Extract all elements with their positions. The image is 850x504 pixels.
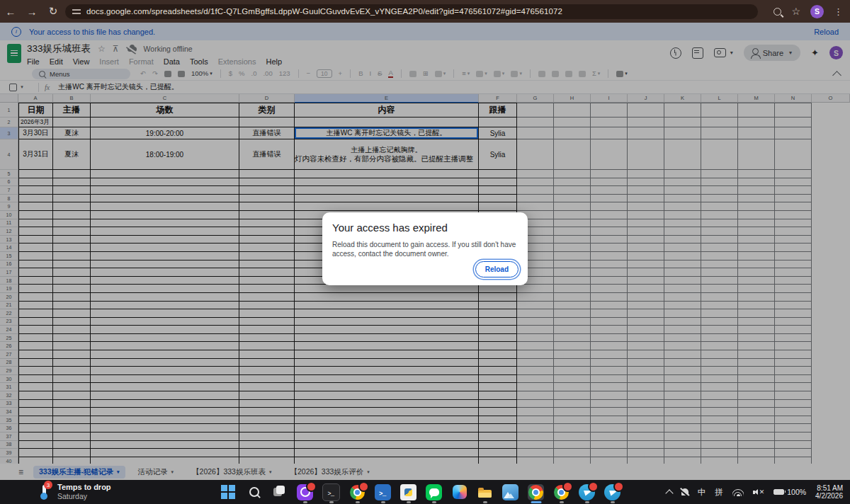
dialog-title: Your access has expired — [332, 222, 518, 234]
running-indicator — [483, 501, 487, 503]
battery-indicator[interactable]: 100% — [774, 488, 806, 496]
taskbar-powershell-icon[interactable] — [375, 484, 391, 500]
taskbar-telegram-icon[interactable] — [579, 484, 595, 500]
dialog-body: Reload this document to gain access. If … — [332, 240, 518, 258]
running-indicator — [356, 501, 360, 503]
taskbar-terminal-icon[interactable] — [322, 483, 340, 501]
running-indicator — [531, 501, 541, 503]
running-indicator — [407, 501, 411, 503]
forward-icon[interactable]: → — [21, 6, 42, 18]
taskbar-chrome-icon[interactable] — [349, 484, 366, 500]
taskbar-line-icon[interactable] — [426, 484, 442, 500]
notification-badge — [613, 481, 624, 492]
taskbar: 3 Temps to drop Saturday 中 拼 ✕ 100% 8:51… — [0, 480, 850, 504]
notification-badge — [306, 481, 317, 492]
notification-badge — [588, 481, 599, 492]
running-indicator — [432, 501, 436, 503]
address-bar[interactable]: docs.google.com/spreadsheets/d/1fC-Q7LGm… — [65, 4, 758, 19]
bookmark-star-icon[interactable]: ☆ — [791, 6, 800, 17]
tray-expand-icon[interactable] — [665, 489, 673, 497]
weather-badge: 3 — [44, 481, 52, 489]
running-indicator — [560, 501, 564, 503]
taskbar-chrome-icon[interactable] — [553, 484, 570, 500]
reload-icon[interactable]: ↻ — [42, 5, 64, 18]
running-indicator — [611, 501, 615, 503]
taskbar-python-file-icon[interactable] — [400, 484, 416, 500]
tray-date: 4/2/2026 — [815, 492, 843, 500]
notification-badge — [562, 481, 573, 492]
taskbar-icons — [220, 480, 620, 504]
battery-percent: 100% — [787, 488, 806, 496]
weather-headline: Temps to drop — [57, 483, 111, 492]
notification-badge — [358, 481, 369, 492]
running-indicator — [381, 501, 385, 503]
taskbar-telegram-icon[interactable] — [604, 484, 620, 500]
browser-profile-avatar[interactable]: S — [810, 5, 824, 18]
site-info-icon[interactable] — [72, 7, 81, 16]
running-indicator — [303, 501, 307, 503]
search-tabs-icon[interactable] — [774, 8, 781, 16]
taskbar-photos-icon[interactable] — [502, 484, 518, 500]
weather-subline: Saturday — [57, 492, 111, 500]
clock[interactable]: 8:51 AM 4/2/2026 — [815, 484, 843, 500]
volume-muted-icon[interactable]: ✕ — [753, 488, 765, 496]
taskbar-search-icon[interactable] — [246, 484, 262, 500]
ime-language-indicator[interactable]: 中 — [698, 487, 706, 498]
wifi-icon[interactable] — [732, 488, 744, 496]
running-indicator — [329, 501, 334, 503]
taskbar-start-icon[interactable] — [220, 484, 237, 500]
dialog-reload-button[interactable]: Reload — [475, 261, 518, 277]
tray-time: 8:51 AM — [815, 484, 843, 493]
taskbar-task-view-icon[interactable] — [271, 484, 288, 500]
notifications-off-icon[interactable] — [681, 488, 688, 496]
browser-toolbar: ← → ↻ docs.google.com/spreadsheets/d/1fC… — [0, 0, 850, 23]
access-expired-dialog: Your access has expired Reload this docu… — [322, 212, 528, 285]
weather-widget[interactable]: 3 Temps to drop Saturday — [37, 483, 111, 500]
url-text[interactable]: docs.google.com/spreadsheets/d/1fC-Q7LGm… — [86, 7, 562, 16]
ime-mode-indicator[interactable]: 拼 — [715, 487, 723, 498]
back-icon[interactable]: ← — [0, 6, 21, 18]
system-tray: 中 拼 ✕ 100% 8:51 AM 4/2/2026 — [667, 480, 843, 504]
screen: ← → ↻ docs.google.com/spreadsheets/d/1fC… — [0, 0, 850, 504]
taskbar-chrome-icon[interactable] — [528, 484, 544, 500]
running-indicator — [585, 501, 589, 503]
taskbar-app-purple-icon[interactable] — [297, 484, 313, 500]
thermometer-icon: 3 — [37, 483, 51, 500]
browser-menu-icon[interactable]: ⋮ — [834, 6, 843, 17]
taskbar-file-explorer-icon[interactable] — [477, 484, 493, 500]
taskbar-copilot-icon[interactable] — [451, 484, 468, 500]
battery-icon — [774, 489, 784, 495]
